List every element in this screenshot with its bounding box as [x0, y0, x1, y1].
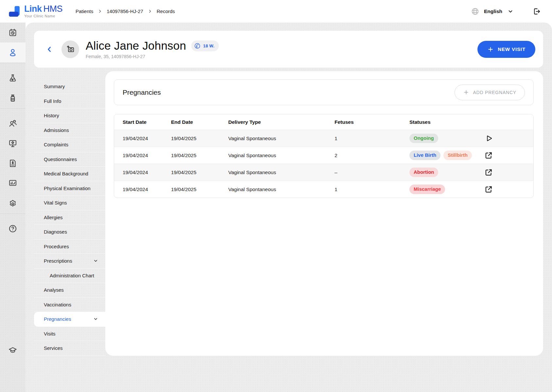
nav-label: History — [44, 113, 59, 118]
nav-item-services[interactable]: Services — [34, 341, 105, 356]
logo-tagline: Your Clinic Name — [24, 14, 62, 18]
chevron-down-icon — [93, 258, 98, 263]
nav-item-procedures[interactable]: Procedures — [34, 239, 105, 254]
records-section: Summary Full Info History Admissions Com… — [34, 71, 543, 356]
rail-patients-icon[interactable] — [0, 42, 26, 62]
logout-icon[interactable] — [532, 7, 541, 16]
gestation-badge: 18 W. — [191, 41, 219, 51]
open-pregnancy-button[interactable] — [484, 185, 493, 194]
play-pregnancy-button[interactable] — [484, 134, 493, 143]
globe-icon — [471, 7, 479, 16]
breadcrumb-patient-id[interactable]: 14097856-HJ-27 — [107, 8, 143, 14]
nav-item-pregnancies[interactable]: Pregnancies — [34, 312, 105, 327]
rail-divider — [0, 214, 26, 214]
nav-item-summary[interactable]: Summary — [34, 79, 105, 94]
page-body: Alice Jane Johnson 18 W. Female, 35, 140… — [26, 23, 552, 392]
nav-label: Administration Chart — [50, 273, 94, 278]
status-badge: Live Birth — [409, 151, 440, 160]
plus-icon — [487, 46, 494, 53]
cell-start-date: 19/04/2024 — [123, 187, 171, 192]
nav-item-full-info[interactable]: Full Info — [34, 94, 105, 109]
rail-staff-icon[interactable] — [0, 113, 26, 133]
table-row[interactable]: 19/04/2024 19/04/2025 Vaginal Spontaneou… — [114, 147, 533, 164]
back-icon[interactable] — [45, 45, 54, 54]
col-end-date: End Date — [171, 119, 228, 125]
cell-end-date: 19/04/2025 — [171, 136, 228, 141]
rail-reports-icon[interactable] — [0, 173, 26, 193]
module-rail — [0, 23, 26, 392]
nav-item-vaccinations[interactable]: Vaccinations — [34, 298, 105, 312]
table-header-row: Start Date End Date Delivery Type Fetuse… — [114, 114, 533, 130]
section-title: Pregnancies — [123, 89, 161, 96]
col-fetuses: Fetuses — [335, 119, 409, 125]
cell-end-date: 19/04/2025 — [171, 187, 228, 192]
rail-pharmacy-icon[interactable] — [0, 88, 26, 108]
status-badge: Miscarriage — [409, 185, 445, 194]
nav-item-prescriptions[interactable]: Prescriptions — [34, 254, 105, 269]
breadcrumb-patients[interactable]: Patients — [76, 8, 93, 14]
language-selector[interactable]: English — [484, 8, 513, 14]
rail-help-icon[interactable] — [0, 219, 26, 238]
pregnancies-header-card: Pregnancies ADD PREGNANCY — [114, 79, 534, 105]
add-pregnancy-button[interactable]: ADD PREGNANCY — [455, 85, 525, 100]
nav-item-allergies[interactable]: Allergies — [34, 210, 105, 225]
rail-divider — [0, 63, 26, 63]
chevron-right-icon — [98, 9, 102, 13]
nav-label: Diagnoses — [44, 229, 67, 235]
cell-end-date: 19/04/2025 — [171, 153, 228, 158]
open-record-icon — [484, 168, 493, 177]
table-row[interactable]: 19/04/2024 19/04/2025 Vaginal Spontaneou… — [114, 164, 533, 181]
nav-label: Services — [44, 345, 63, 351]
rail-billing-icon[interactable] — [0, 153, 26, 173]
breadcrumb-records: Records — [157, 8, 175, 14]
nav-label: Allergies — [44, 215, 63, 220]
new-visit-label: NEW VISIT — [498, 46, 526, 52]
app-logo: LinkHMS Your Clinic Name — [9, 5, 62, 18]
nav-label: Analyses — [44, 287, 64, 293]
avatar[interactable] — [61, 41, 79, 58]
nav-item-visits[interactable]: Visits — [34, 327, 105, 341]
rail-settings-icon[interactable] — [0, 193, 26, 213]
table-row[interactable]: 19/04/2024 19/04/2025 Vaginal Spontaneou… — [114, 181, 533, 198]
rail-education-icon[interactable] — [0, 340, 26, 360]
nav-item-questionnaires[interactable]: Questionnaires — [34, 152, 105, 167]
add-pregnancy-label: ADD PREGNANCY — [473, 90, 516, 95]
cell-start-date: 19/04/2024 — [123, 153, 171, 158]
nav-label: Prescriptions — [44, 258, 72, 264]
col-statuses: Statuses — [409, 119, 484, 125]
rail-workstation-icon[interactable] — [0, 133, 26, 153]
rail-calendar-schedule-icon[interactable] — [0, 23, 26, 42]
status-badge: Abortion — [409, 168, 438, 177]
plus-icon — [463, 89, 469, 95]
play-icon — [484, 134, 493, 143]
cell-delivery-type: Vaginal Spontaneous — [228, 187, 335, 192]
nav-item-history[interactable]: History — [34, 108, 105, 123]
nav-item-administration-chart[interactable]: Administration Chart — [34, 269, 105, 283]
nav-item-analyses[interactable]: Analyses — [34, 283, 105, 298]
nav-item-complaints[interactable]: Complaints — [34, 138, 105, 152]
cell-fetuses: 2 — [335, 153, 409, 158]
nav-item-vital-signs[interactable]: Vital Signs — [34, 196, 105, 210]
cell-fetuses: 1 — [335, 187, 409, 192]
nav-label: Vaccinations — [44, 302, 71, 307]
open-pregnancy-button[interactable] — [484, 168, 493, 177]
new-visit-button[interactable]: NEW VISIT — [477, 41, 535, 58]
nav-item-medical-background[interactable]: Medical Background — [34, 167, 105, 181]
rail-divider — [0, 108, 26, 109]
nav-item-diagnoses[interactable]: Diagnoses — [34, 225, 105, 239]
cell-delivery-type: Vaginal Spontaneous — [228, 136, 335, 141]
patient-name: Alice Jane Johnson — [86, 39, 186, 52]
nav-label: Summary — [44, 84, 65, 89]
nav-item-physical-examination[interactable]: Physical Examination — [34, 181, 105, 196]
open-pregnancy-button[interactable] — [484, 151, 493, 160]
nav-item-admissions[interactable]: Admissions — [34, 123, 105, 138]
nav-label: Visits — [44, 331, 56, 336]
cell-start-date: 19/04/2024 — [123, 136, 171, 141]
table-row[interactable]: 19/04/2024 19/04/2025 Vaginal Spontaneou… — [114, 130, 533, 147]
patient-header-card: Alice Jane Johnson 18 W. Female, 35, 140… — [34, 31, 543, 68]
cell-fetuses: – — [335, 170, 409, 175]
rail-lab-icon[interactable] — [0, 68, 26, 88]
patient-details: Female, 35, 14097856-HJ-27 — [86, 54, 219, 59]
nav-label: Procedures — [44, 244, 69, 249]
status-badge: Ongoing — [409, 134, 438, 143]
